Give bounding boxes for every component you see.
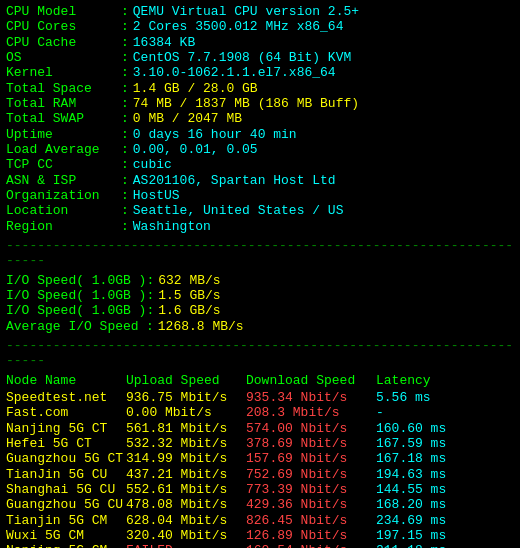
speedtest-row: Guangzhou 5G CT314.99 Mbit/s157.69 Nbit/… bbox=[6, 451, 514, 466]
iospeed-row: I/O Speed( 1.0GB ) : 1.6 GB/s bbox=[6, 303, 514, 318]
iospeed-value: 1.6 GB/s bbox=[158, 303, 220, 318]
iospeed-colon: : bbox=[146, 288, 154, 303]
iospeed-section: I/O Speed( 1.0GB ) : 632 MB/sI/O Speed( … bbox=[6, 273, 514, 334]
info-label: TCP CC bbox=[6, 157, 121, 172]
info-label: ASN & ISP bbox=[6, 173, 121, 188]
iospeed-row: I/O Speed( 1.0GB ) : 1.5 GB/s bbox=[6, 288, 514, 303]
info-value: Washington bbox=[133, 219, 211, 234]
speedtest-row: Nanjing 5G CMFAILED160.54 Nbit/s211.18 m… bbox=[6, 543, 514, 548]
header-download: Download Speed bbox=[246, 373, 376, 388]
sysinfo-row: Region : Washington bbox=[6, 219, 514, 234]
header-upload: Upload Speed bbox=[126, 373, 246, 388]
info-label: Kernel bbox=[6, 65, 121, 80]
sysinfo-row: CPU Cache : 16384 KB bbox=[6, 35, 514, 50]
info-colon: : bbox=[121, 19, 129, 34]
iospeed-colon: : bbox=[146, 273, 154, 288]
sysinfo-row: Total Space : 1.4 GB / 28.0 GB bbox=[6, 81, 514, 96]
info-label: Organization bbox=[6, 188, 121, 203]
speed-node: Speedtest.net bbox=[6, 390, 126, 405]
sysinfo-row: Total RAM : 74 MB / 1837 MB (186 MB Buff… bbox=[6, 96, 514, 111]
speed-download: 574.00 Nbit/s bbox=[246, 421, 376, 436]
sysinfo-row: ASN & ISP : AS201106, Spartan Host Ltd bbox=[6, 173, 514, 188]
speedtest-row: Fast.com0.00 Mbit/s208.3 Mbit/s- bbox=[6, 405, 514, 420]
speed-latency: 211.18 ms bbox=[376, 543, 446, 548]
speed-upload: 320.40 Mbit/s bbox=[126, 528, 246, 543]
sysinfo-row: CPU Model : QEMU Virtual CPU version 2.5… bbox=[6, 4, 514, 19]
speed-download: 157.69 Nbit/s bbox=[246, 451, 376, 466]
divider1: ----------------------------------------… bbox=[6, 238, 514, 269]
info-value: 74 MB / 1837 MB (186 MB Buff) bbox=[133, 96, 359, 111]
speed-latency: - bbox=[376, 405, 384, 420]
speed-latency: 160.60 ms bbox=[376, 421, 446, 436]
speed-node: Nanjing 5G CM bbox=[6, 543, 126, 548]
info-label: Load Average bbox=[6, 142, 121, 157]
sysinfo-row: TCP CC : cubic bbox=[6, 157, 514, 172]
speed-download: 826.45 Nbit/s bbox=[246, 513, 376, 528]
speed-upload: 552.61 Mbit/s bbox=[126, 482, 246, 497]
info-value: 0 MB / 2047 MB bbox=[133, 111, 242, 126]
info-value: Seattle, United States / US bbox=[133, 203, 344, 218]
iospeed-value: 1268.8 MB/s bbox=[158, 319, 244, 334]
speed-node: Shanghai 5G CU bbox=[6, 482, 126, 497]
info-label: Location bbox=[6, 203, 121, 218]
speed-node: TianJin 5G CU bbox=[6, 467, 126, 482]
info-value: QEMU Virtual CPU version 2.5+ bbox=[133, 4, 359, 19]
info-colon: : bbox=[121, 65, 129, 80]
speed-node: Nanjing 5G CT bbox=[6, 421, 126, 436]
sysinfo-row: Location : Seattle, United States / US bbox=[6, 203, 514, 218]
speed-download: 752.69 Nbit/s bbox=[246, 467, 376, 482]
speed-node: Hefei 5G CT bbox=[6, 436, 126, 451]
sysinfo-row: Load Average : 0.00, 0.01, 0.05 bbox=[6, 142, 514, 157]
info-label: CPU Model bbox=[6, 4, 121, 19]
speed-latency: 167.59 ms bbox=[376, 436, 446, 451]
speed-download: 935.34 Nbit/s bbox=[246, 390, 376, 405]
speedtest-row: Guangzhou 5G CU478.08 Mbit/s429.36 Nbit/… bbox=[6, 497, 514, 512]
speed-latency: 168.20 ms bbox=[376, 497, 446, 512]
iospeed-value: 1.5 GB/s bbox=[158, 288, 220, 303]
sysinfo-row: CPU Cores : 2 Cores 3500.012 MHz x86_64 bbox=[6, 19, 514, 34]
sysinfo-section: CPU Model : QEMU Virtual CPU version 2.5… bbox=[6, 4, 514, 234]
speedtest-header: Node NameUpload SpeedDownload SpeedLaten… bbox=[6, 373, 514, 388]
info-colon: : bbox=[121, 111, 129, 126]
info-label: Total Space bbox=[6, 81, 121, 96]
iospeed-label: I/O Speed( 1.0GB ) bbox=[6, 273, 146, 288]
speedtest-row: Shanghai 5G CU552.61 Mbit/s773.39 Nbit/s… bbox=[6, 482, 514, 497]
info-value: 16384 KB bbox=[133, 35, 195, 50]
iospeed-label: Average I/O Speed bbox=[6, 319, 146, 334]
info-value: cubic bbox=[133, 157, 172, 172]
info-colon: : bbox=[121, 142, 129, 157]
header-latency: Latency bbox=[376, 373, 431, 388]
speedtest-section: Node NameUpload SpeedDownload SpeedLaten… bbox=[6, 373, 514, 548]
speed-latency: 194.63 ms bbox=[376, 467, 446, 482]
speed-download: 208.3 Mbit/s bbox=[246, 405, 376, 420]
info-colon: : bbox=[121, 81, 129, 96]
speed-upload: 561.81 Mbit/s bbox=[126, 421, 246, 436]
speed-node: Wuxi 5G CM bbox=[6, 528, 126, 543]
speedtest-row: Tianjin 5G CM628.04 Mbit/s826.45 Nbit/s2… bbox=[6, 513, 514, 528]
speed-download: 773.39 Nbit/s bbox=[246, 482, 376, 497]
info-value: 0.00, 0.01, 0.05 bbox=[133, 142, 258, 157]
info-label: Uptime bbox=[6, 127, 121, 142]
speed-node: Guangzhou 5G CU bbox=[6, 497, 126, 512]
iospeed-colon: : bbox=[146, 319, 154, 334]
info-value: HostUS bbox=[133, 188, 180, 203]
header-node: Node Name bbox=[6, 373, 126, 388]
iospeed-row: Average I/O Speed : 1268.8 MB/s bbox=[6, 319, 514, 334]
speed-latency: 144.55 ms bbox=[376, 482, 446, 497]
speed-upload: 0.00 Mbit/s bbox=[126, 405, 246, 420]
info-value: AS201106, Spartan Host Ltd bbox=[133, 173, 336, 188]
speed-latency: 197.15 ms bbox=[376, 528, 446, 543]
info-colon: : bbox=[121, 96, 129, 111]
sysinfo-row: Organization : HostUS bbox=[6, 188, 514, 203]
speed-upload: 437.21 Mbit/s bbox=[126, 467, 246, 482]
iospeed-label: I/O Speed( 1.0GB ) bbox=[6, 288, 146, 303]
speed-download: 160.54 Nbit/s bbox=[246, 543, 376, 548]
iospeed-value: 632 MB/s bbox=[158, 273, 220, 288]
info-value: 1.4 GB / 28.0 GB bbox=[133, 81, 258, 96]
info-value: 2 Cores 3500.012 MHz x86_64 bbox=[133, 19, 344, 34]
info-colon: : bbox=[121, 203, 129, 218]
info-colon: : bbox=[121, 173, 129, 188]
speedtest-row: Nanjing 5G CT561.81 Mbit/s574.00 Nbit/s1… bbox=[6, 421, 514, 436]
info-colon: : bbox=[121, 219, 129, 234]
divider2: ----------------------------------------… bbox=[6, 338, 514, 369]
